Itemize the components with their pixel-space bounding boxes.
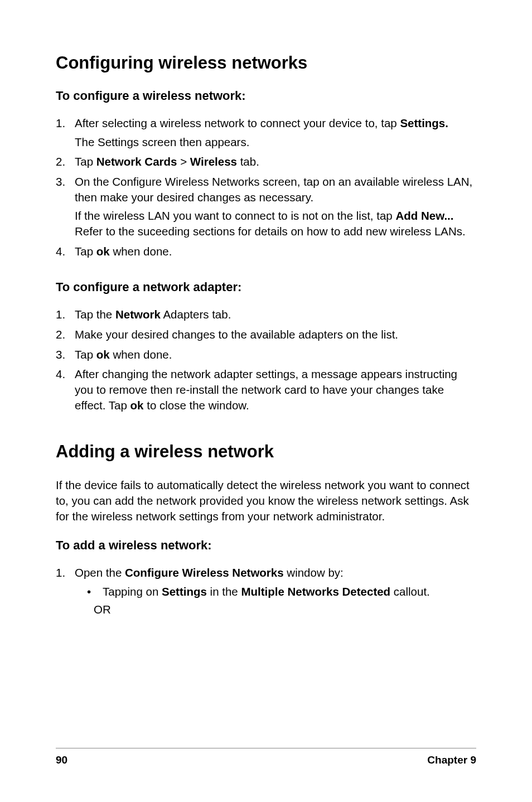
page-footer: 90 Chapter 9 — [56, 748, 476, 766]
bullet-item: • Tapping on Settings in the Multiple Ne… — [75, 584, 476, 600]
intro-paragraph: If the device fails to automatically det… — [56, 477, 476, 524]
step-text: tab. — [237, 155, 259, 168]
list-item: Open the Configure Wireless Networks win… — [56, 565, 476, 617]
step-bold: ok — [130, 399, 144, 412]
list-item: On the Configure Wireless Networks scree… — [56, 174, 476, 239]
subheading-configure-wireless-network: To configure a wireless network: — [56, 89, 476, 103]
step-text: when done. — [110, 245, 172, 258]
step-text: to close the window. — [143, 399, 249, 412]
list-item: After selecting a wireless network to co… — [56, 115, 476, 149]
step-text: After selecting a wireless network to co… — [75, 117, 400, 129]
step-text: Tap — [75, 245, 96, 258]
step-bold: Add New... — [395, 209, 453, 222]
bullet-bold: Settings — [162, 585, 207, 598]
steps-configure-wireless-network: After selecting a wireless network to co… — [56, 115, 476, 259]
step-subtext: The Settings screen then appears. — [75, 134, 476, 150]
step-bold: ok — [96, 348, 110, 361]
bullet-text-part: in the — [207, 585, 241, 598]
page-number: 90 — [56, 754, 67, 766]
heading-configuring-wireless-networks: Configuring wireless networks — [56, 53, 476, 73]
step-bold: ok — [96, 245, 110, 258]
subheading-add-wireless-network: To add a wireless network: — [56, 538, 476, 553]
bullet-text-part: callout. — [390, 585, 430, 598]
step-subtext: If the wireless LAN you want to connect … — [75, 208, 476, 239]
steps-configure-network-adapter: Tap the Network Adapters tab. Make your … — [56, 307, 476, 413]
subheading-configure-network-adapter: To configure a network adapter: — [56, 280, 476, 294]
step-text: If the wireless LAN you want to connect … — [75, 209, 395, 222]
bullet-text-part: Tapping on — [103, 585, 162, 598]
or-text: OR — [75, 602, 476, 617]
bullet-icon: • — [87, 584, 103, 600]
step-text: On the Configure Wireless Networks scree… — [75, 175, 472, 204]
step-bold: Wireless — [190, 155, 237, 168]
step-text: Tap — [75, 348, 96, 361]
list-item: After changing the network adapter setti… — [56, 366, 476, 413]
step-text: when done. — [110, 348, 172, 361]
step-text: Open the — [75, 566, 125, 579]
list-item: Tap Network Cards > Wireless tab. — [56, 154, 476, 170]
step-text: Adapters tab. — [161, 308, 231, 321]
list-item: Tap ok when done. — [56, 244, 476, 259]
list-item: Tap the Network Adapters tab. — [56, 307, 476, 322]
heading-adding-wireless-network: Adding a wireless network — [56, 442, 476, 462]
list-item: Make your desired changes to the availab… — [56, 327, 476, 342]
step-text: window by: — [284, 566, 344, 579]
step-bold: Network Cards — [96, 155, 177, 168]
step-text: Tap — [75, 155, 96, 168]
steps-add-wireless-network: Open the Configure Wireless Networks win… — [56, 565, 476, 617]
step-text: > — [177, 155, 190, 168]
step-bold: Configure Wireless Networks — [125, 566, 284, 579]
bullet-text: Tapping on Settings in the Multiple Netw… — [103, 584, 430, 600]
bullet-bold: Multiple Networks Detected — [241, 585, 390, 598]
step-bold: Network — [115, 308, 161, 321]
step-text: Tap the — [75, 308, 115, 321]
step-text: Make your desired changes to the availab… — [75, 328, 398, 341]
step-bold: Settings. — [400, 117, 448, 129]
list-item: Tap ok when done. — [56, 347, 476, 363]
step-text: Refer to the suceeding sections for deta… — [75, 225, 466, 238]
chapter-label: Chapter 9 — [427, 754, 476, 766]
